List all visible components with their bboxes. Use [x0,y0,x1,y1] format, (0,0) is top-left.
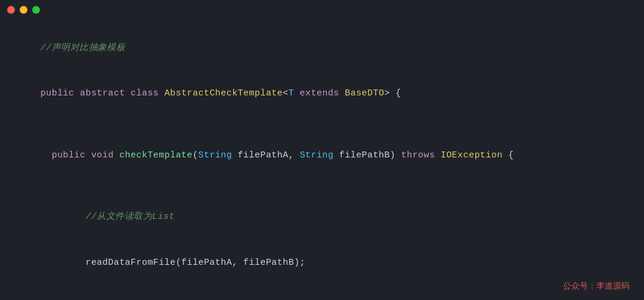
throws-keyword: throws [401,150,441,160]
param-name-1: filePathA, [232,150,299,160]
empty-line-2 [18,178,626,194]
comment-text-2: //从文件读取为List [85,212,174,222]
exception-name-text: IOException [441,150,503,160]
method-call-line-1: readDataFromFile(filePathA, filePathB); [18,240,626,286]
param-name-2: filePathB) [333,150,401,160]
watermark-text: 公众号：李道源码 [563,281,630,290]
watermark: 公众号：李道源码 [563,281,630,292]
title-bar [0,0,644,19]
keyword-abstract: abstract [80,88,131,98]
keyword-class: class [131,88,165,98]
type-param: T [289,88,294,98]
comment-line-1: //声明对比抽象模板 [18,25,626,71]
empty-line-1 [18,116,626,132]
class-name-text: AbstractCheckTemplate [165,88,283,98]
dot-red [7,6,15,14]
method-call-1-text: readDataFromFile(filePathA, filePathB); [85,258,305,268]
comment-text-1: //声明对比抽象模板 [41,43,126,53]
base-class-name: BaseDTO [345,88,384,98]
keyword-public: public [41,88,80,98]
keyword-public-2: public [52,150,91,160]
method-declaration-line: public void checkTemplate(String filePat… [18,132,626,178]
method-open-brace: { [503,150,514,160]
param-type-1: String [198,150,232,160]
keyword-void: void [91,150,119,160]
generic-close: > { [384,88,401,98]
comment-line-2: //从文件读取为List [18,194,626,240]
param-type-2: String [300,150,334,160]
class-declaration-line: public abstract class AbstractCheckTempl… [18,71,626,117]
code-container: //声明对比抽象模板 public abstract class Abstrac… [0,19,644,300]
extends-keyword: extends [294,88,345,98]
dot-green [32,6,40,14]
comment-line-3: //list转化为Map [18,286,626,300]
indent-2 [41,150,52,160]
indent-3a [41,212,86,222]
method-name-text: checkTemplate [119,150,193,160]
dot-yellow [20,6,27,14]
generic-open: < [283,88,288,98]
indent-3b [41,258,86,268]
